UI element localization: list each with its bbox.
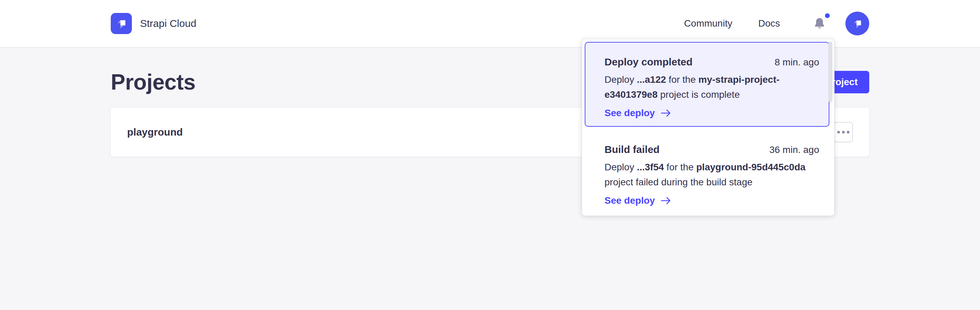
ellipsis-icon	[837, 131, 840, 134]
nav-link-docs[interactable]: Docs	[758, 18, 780, 29]
user-avatar-button[interactable]	[845, 11, 869, 35]
arrow-right-icon	[660, 109, 671, 118]
arrow-right-icon	[660, 196, 671, 205]
nav-link-community[interactable]: Community	[684, 18, 733, 29]
bell-icon	[813, 16, 826, 31]
notification-body: Deploy ...3f54 for the playground-95d445…	[605, 160, 822, 190]
see-deploy-link[interactable]: See deploy	[605, 194, 819, 207]
see-deploy-link[interactable]: See deploy	[605, 106, 819, 120]
scrollbar-thumb[interactable]	[828, 41, 832, 102]
notification-body: Deploy ...a122 for the my-strapi-project…	[605, 72, 822, 102]
notifications-dropdown: Deploy completed 8 min. ago Deploy ...a1…	[582, 39, 834, 216]
notification-time: 8 min. ago	[775, 56, 819, 69]
notification-title: Deploy completed	[605, 56, 692, 68]
notification-item-build-failed[interactable]: Build failed 36 min. ago Deploy ...3f54 …	[585, 129, 829, 213]
page-title: Projects	[111, 70, 196, 95]
notification-time: 36 min. ago	[769, 143, 819, 156]
strapi-logo-icon	[111, 13, 132, 34]
strapi-avatar-icon	[851, 17, 864, 30]
brand-name: Strapi Cloud	[140, 18, 196, 29]
notifications-bell-button[interactable]	[813, 16, 826, 31]
unread-dot	[825, 13, 830, 18]
notification-item-deploy-completed[interactable]: Deploy completed 8 min. ago Deploy ...a1…	[585, 42, 829, 127]
notification-title: Build failed	[605, 143, 660, 156]
top-nav: Community Docs	[684, 11, 869, 35]
brand-home-link[interactable]: Strapi Cloud	[111, 13, 196, 34]
project-more-button[interactable]	[834, 122, 853, 142]
project-name: playground	[127, 126, 183, 138]
